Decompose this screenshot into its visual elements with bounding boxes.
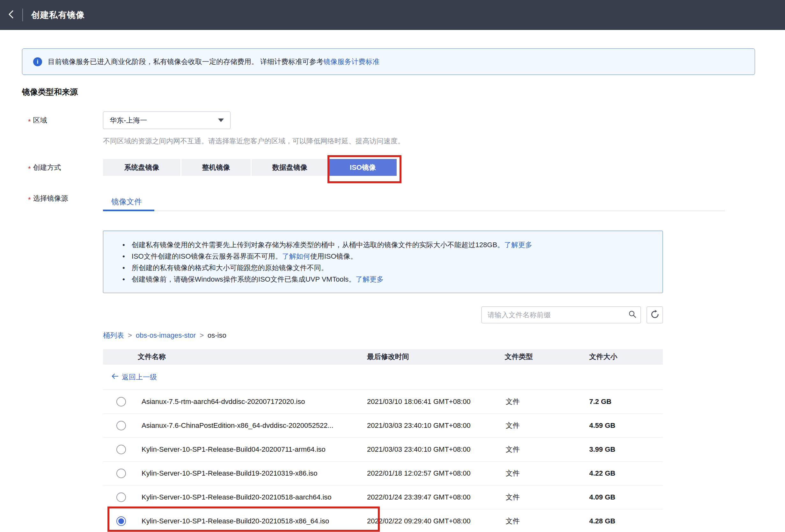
file-type-cell: 文件 bbox=[501, 469, 579, 478]
region-label: 区域 bbox=[28, 111, 47, 129]
method-option-iso[interactable]: ISO镜像 bbox=[329, 159, 397, 176]
column-header-modified: 最后修改时间 bbox=[360, 352, 501, 362]
row-radio[interactable] bbox=[117, 421, 126, 430]
file-size-cell: 4.28 GB bbox=[579, 517, 663, 525]
section-title: 镜像类型和来源 bbox=[22, 87, 78, 97]
refresh-icon bbox=[650, 310, 660, 320]
file-size-cell: 4.59 GB bbox=[579, 422, 663, 430]
modified-cell: 2021/03/10 18:06:41 GMT+08:00 bbox=[360, 398, 501, 406]
active-tab-underline bbox=[103, 210, 154, 211]
go-up-level-link[interactable]: 返回上一级 bbox=[111, 372, 157, 382]
billing-info-banner: 目前镜像服务已进入商业化阶段，私有镜像会收取一定的存储费用。 详细计费标准可参考… bbox=[22, 48, 755, 75]
tab-image-file[interactable]: 镜像文件 bbox=[111, 196, 142, 207]
modified-cell: 2021/03/03 23:40:10 GMT+08:00 bbox=[360, 445, 501, 454]
billing-standard-link[interactable]: 镜像服务计费标准 bbox=[323, 57, 379, 66]
file-name-cell: Kylin-Server-10-SP1-Release-Build04-2020… bbox=[130, 445, 360, 454]
table-row: Kylin-Server-10-SP1-Release-Build20-2021… bbox=[103, 485, 663, 509]
info-icon bbox=[33, 57, 42, 66]
row-radio[interactable] bbox=[117, 397, 126, 406]
file-type-cell: 文件 bbox=[501, 516, 579, 526]
learn-how-link[interactable]: 了解如何 bbox=[282, 252, 310, 260]
table-row: Kylin-Server-10-SP1-Release-Build04-2020… bbox=[103, 438, 663, 461]
search-button[interactable] bbox=[624, 310, 640, 320]
notice-item: 创建私有镜像使用的文件需要先上传到对象存储为标准类型的桶中，从桶中选取的镜像文件… bbox=[122, 239, 653, 251]
column-header-file-name: 文件名称 bbox=[103, 352, 360, 362]
file-size-cell: 3.99 GB bbox=[579, 445, 663, 454]
create-method-group: 系统盘镜像 整机镜像 数据盘镜像 ISO镜像 bbox=[103, 159, 397, 176]
file-name-cell: Kylin-Server-10-SP1-Release-Build20-2021… bbox=[130, 517, 360, 525]
arrow-left-icon bbox=[111, 372, 119, 382]
create-method-label: 创建方式 bbox=[28, 159, 61, 176]
breadcrumb-separator: > bbox=[128, 331, 132, 340]
method-option-data-disk[interactable]: 数据盘镜像 bbox=[252, 159, 328, 176]
breadcrumb-separator: > bbox=[200, 331, 204, 340]
row-radio[interactable] bbox=[117, 445, 126, 454]
refresh-button[interactable] bbox=[647, 307, 663, 323]
go-up-level-label: 返回上一级 bbox=[122, 372, 157, 382]
modified-cell: 2022/02/22 09:29:40 GMT+08:00 bbox=[360, 517, 501, 525]
notice-panel: 创建私有镜像使用的文件需要先上传到对象存储为标准类型的桶中，从桶中选取的镜像文件… bbox=[103, 231, 663, 293]
back-button[interactable] bbox=[0, 0, 22, 30]
table-row: Asianux-7.6-ChinaPostEdition-x86_64-dvdd… bbox=[103, 414, 663, 438]
search-icon bbox=[628, 310, 637, 320]
back-row: 返回上一级 bbox=[103, 365, 663, 390]
file-size-cell: 4.09 GB bbox=[579, 493, 663, 501]
row-radio-selected[interactable] bbox=[117, 516, 126, 526]
file-name-cell: Asianux-7.5-rtm-aarch64-dvddisc-20200717… bbox=[130, 398, 360, 406]
file-type-cell: 文件 bbox=[501, 421, 579, 430]
table-header-row: 文件名称 最后修改时间 文件类型 文件大小 bbox=[103, 349, 663, 365]
file-name-cell: Kylin-Server-10-SP1-Release-Build20-2021… bbox=[130, 493, 360, 501]
file-name-cell: Asianux-7.6-ChinaPostEdition-x86_64-dvdd… bbox=[130, 422, 360, 430]
page-title: 创建私有镜像 bbox=[31, 9, 85, 21]
notice-item: 创建镜像前，请确保Windows操作系统的ISO文件已集成UVP VMTools… bbox=[122, 274, 653, 285]
modified-cell: 2021/03/03 23:40:10 GMT+08:00 bbox=[360, 422, 501, 430]
notice-item: ISO文件创建的ISO镜像在云服务器界面不可用。了解如何使用ISO镜像。 bbox=[122, 251, 653, 262]
region-select[interactable]: 华东-上海一 bbox=[103, 111, 230, 129]
file-type-cell: 文件 bbox=[501, 445, 579, 454]
top-header-bar: 创建私有镜像 bbox=[0, 0, 785, 30]
image-source-label: 选择镜像源 bbox=[28, 191, 68, 206]
column-header-file-size: 文件大小 bbox=[579, 352, 663, 362]
tab-divider-line bbox=[103, 211, 725, 211]
breadcrumb: 桶列表 > obs-os-images-stor > os-iso bbox=[103, 331, 226, 340]
row-radio[interactable] bbox=[117, 469, 126, 478]
modified-cell: 2022/01/24 23:39:47 GMT+08:00 bbox=[360, 493, 501, 501]
modified-cell: 2022/01/18 12:02:57 GMT+08:00 bbox=[360, 469, 501, 478]
table-row-selected: Kylin-Server-10-SP1-Release-Build20-2021… bbox=[103, 509, 663, 532]
notice-item: 所创建的私有镜像的格式和大小可能跟您的原始镜像文件不同。 bbox=[122, 262, 653, 274]
create-private-image-page: 创建私有镜像 目前镜像服务已进入商业化阶段，私有镜像会收取一定的存储费用。 详细… bbox=[0, 0, 785, 532]
file-size-cell: 4.22 GB bbox=[579, 469, 663, 478]
table-row: Asianux-7.5-rtm-aarch64-dvddisc-20200717… bbox=[103, 390, 663, 414]
file-size-cell: 7.2 GB bbox=[579, 398, 663, 406]
column-header-file-type: 文件类型 bbox=[501, 352, 579, 362]
method-option-whole-machine[interactable]: 整机镜像 bbox=[181, 159, 251, 176]
table-row: Kylin-Server-10-SP1-Release-Build19-2021… bbox=[103, 461, 663, 485]
banner-text: 目前镜像服务已进入商业化阶段，私有镜像会收取一定的存储费用。 详细计费标准可参考 bbox=[48, 57, 323, 66]
learn-more-link[interactable]: 了解更多 bbox=[504, 241, 532, 249]
search-input[interactable] bbox=[482, 307, 624, 323]
file-type-cell: 文件 bbox=[501, 397, 579, 406]
learn-more-link[interactable]: 了解更多 bbox=[356, 275, 384, 283]
breadcrumb-item-bucket-list[interactable]: 桶列表 bbox=[103, 331, 124, 340]
file-name-cell: Kylin-Server-10-SP1-Release-Build19-2021… bbox=[130, 469, 360, 478]
breadcrumb-item-obs-os-images-stor[interactable]: obs-os-images-stor bbox=[136, 331, 196, 340]
chevron-down-icon bbox=[218, 118, 224, 122]
file-type-cell: 文件 bbox=[501, 493, 579, 502]
region-select-value: 华东-上海一 bbox=[110, 116, 147, 125]
region-hint: 不同区域的资源之间内网不互通。请选择靠近您客户的区域，可以降低网络时延、提高访问… bbox=[103, 136, 405, 146]
row-radio[interactable] bbox=[117, 493, 126, 502]
method-option-system-disk[interactable]: 系统盘镜像 bbox=[103, 159, 180, 176]
breadcrumb-item-os-iso: os-iso bbox=[208, 331, 226, 340]
chevron-left-icon bbox=[7, 9, 15, 20]
file-table: 文件名称 最后修改时间 文件类型 文件大小 返回上一级 Asianux-7.5-… bbox=[103, 349, 663, 532]
header-divider bbox=[22, 8, 23, 21]
file-search-box bbox=[481, 307, 641, 323]
